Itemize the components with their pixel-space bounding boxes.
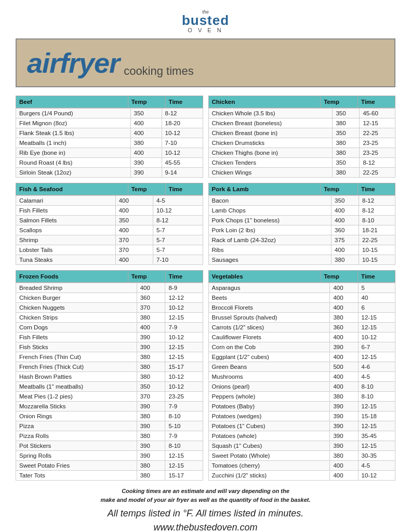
chicken-section: Chicken Temp Time Chicken Whole (3.5 lbs… [208,96,396,178]
cell-temp: 360 [332,225,359,235]
cell-temp: 380 [330,313,358,323]
table-row: Tuna Steaks4007-10 [16,255,203,265]
cell-name: Tater Tots [16,471,137,481]
cell-name: Corn on the Cob [208,342,330,352]
cell-temp: 390 [330,342,358,352]
table-row: Bacon3508-12 [208,196,395,206]
table-row: Corn on the Cob3906-7 [208,342,395,352]
table-row: Fish Fillets40010-12 [16,206,203,216]
cell-time: 4-6 [358,362,395,372]
table-row: Sirloin Steak (12oz)3909-14 [16,168,203,178]
cell-temp: 500 [330,362,358,372]
cell-name: Onion Rings [16,411,137,421]
cell-time: 8-12 [359,196,395,206]
cell-name: Asparagus [208,283,330,293]
cell-name: Onions (pearl) [208,382,330,392]
cell-temp: 390 [330,431,358,441]
footer: Cooking times are an estimate and will v… [16,487,395,532]
cell-temp: 400 [115,225,153,235]
cell-name: Carrots (1/2" slices) [208,323,330,332]
cell-name: Sirloin Steak (12oz) [16,168,131,178]
table-row: French Fries (Thick Cut)38015-17 [16,362,203,372]
cell-time: 12-15 [165,451,203,461]
cell-time: 35-45 [358,431,395,441]
cell-time: 10-12 [358,332,395,342]
cell-name: Rib Eye (bone in) [16,148,131,158]
table-row: Sweet Potato Fries38012-15 [16,461,203,471]
chicken-time-header: Time [358,96,395,108]
cell-temp: 370 [137,303,165,313]
table-row: Beets40040 [208,293,395,303]
cell-temp: 390 [130,168,162,178]
cell-temp: 390 [330,441,358,451]
cell-temp: 400 [332,216,359,225]
table-row: Potatoes (wedges)39015-18 [208,411,395,421]
temps-times: All temps listed in °F. All times listed… [16,508,395,519]
cell-temp: 390 [137,342,165,352]
table-row: Chicken Burger36012-12 [16,293,203,303]
table-row: Calamari4004-5 [16,196,203,206]
cell-name: Breaded Shrimp [16,283,137,293]
frozen-title: Frozen Foods [16,271,128,283]
cell-name: Burgers (1/4 Pound) [16,109,131,118]
cell-temp: 390 [137,451,165,461]
table-row: Scallops4005-7 [16,225,203,235]
cell-name: Flank Steak (1.5 lbs) [16,128,131,138]
table-row: Chicken Drumsticks38023-25 [208,138,395,148]
cell-temp: 380 [137,313,165,323]
table-row: Pizza3905-10 [16,421,203,431]
cell-name: Pizza [16,421,137,431]
table-row: Potatoes (Baby)39012-15 [208,402,395,411]
cell-name: Hash Brown Patties [16,372,137,382]
table-row: Potatoes (1" Cubes)39012-15 [208,421,395,431]
cell-name: Chicken Wings [208,168,333,178]
cell-time: 4-5 [358,372,395,382]
cell-name: Fish Fillets [16,332,137,342]
table-row: Shrimp3705-7 [16,235,203,245]
cell-name: Cauliflower Florets [208,332,330,342]
cell-temp: 380 [330,392,358,402]
table-row: Filet Mignon (8oz)40018-20 [16,118,203,128]
website: www.thebustedoven.com [16,522,395,532]
fish-temp-header: Temp [128,183,165,195]
cell-temp: 400 [330,461,358,471]
vegetables-temp-header: Temp [321,271,358,283]
beef-header: Beef Temp Time [16,96,203,108]
cell-time: 10-12 [162,148,203,158]
pork-table: Pork & Lamb Temp Time [208,183,396,195]
cell-temp: 375 [332,235,359,245]
cell-name: Tomatoes (cherry) [208,461,330,471]
table-row: Onion Rings3808-10 [16,411,203,421]
cell-name: Shrimp [16,235,116,245]
cell-temp: 360 [330,323,358,332]
cell-name: Potatoes (1" Cubes) [208,421,330,431]
cell-name: Chicken Nuggets [16,303,137,313]
cell-name: Scallops [16,225,116,235]
cell-temp: 400 [330,372,358,382]
cell-temp: 380 [137,372,165,382]
cell-temp: 380 [137,461,165,471]
fish-header: Fish & Seafood Temp Time [16,183,203,195]
cell-time: 8-9 [165,283,203,293]
cell-temp: 350 [115,216,153,225]
cell-temp: 350 [332,196,359,206]
cell-temp: 400 [137,323,165,332]
cell-time: 45-60 [360,109,395,118]
table-row: French Fries (Thin Cut)38012-15 [16,352,203,362]
cell-time: 8-10 [359,216,395,225]
table-row: Asparagus4005 [208,283,395,293]
cell-name: Spring Rolls [16,451,137,461]
cell-time: 12-15 [358,441,395,451]
cell-time: 10-12 [165,303,203,313]
frozen-time-header: Time [165,271,203,283]
fish-data: Calamari4004-5Fish Fillets40010-12Salmon… [16,195,203,265]
chicken-table: Chicken Temp Time [208,96,396,108]
cell-name: Chicken Burger [16,293,137,303]
cell-name: Fish Sticks [16,342,137,352]
cell-name: Tuna Steaks [16,255,116,265]
cell-name: Chicken Strips [16,313,137,323]
cell-temp: 390 [137,332,165,342]
table-row: Chicken Breast (boneless)38012-15 [208,118,395,128]
table-row: Hash Brown Patties38010-12 [16,372,203,382]
title-air: air [27,47,60,78]
